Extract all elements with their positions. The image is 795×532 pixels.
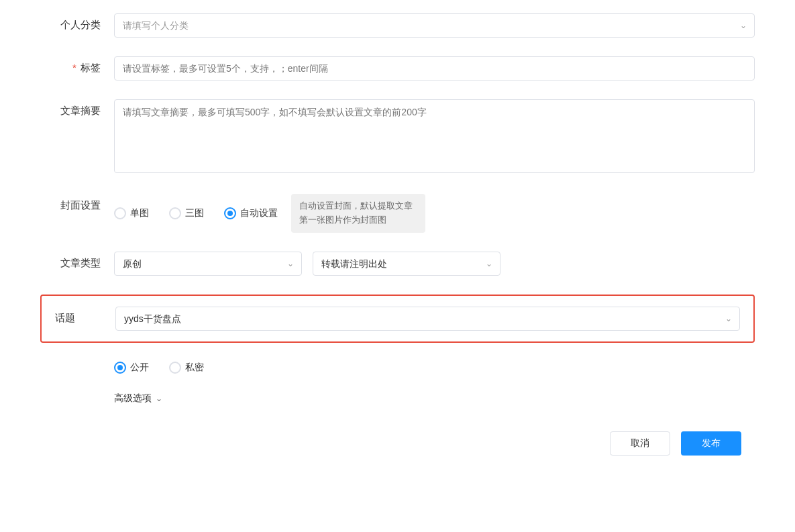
advanced-options-chevron-icon: ⌄ <box>156 394 162 403</box>
cover-tooltip: 自动设置封面，默认提取文章第一张图片作为封面图 <box>291 194 425 233</box>
topic-select-wrap: yyds干货盘点 ⌄ <box>115 307 740 331</box>
cover-setting-control: 单图 三图 自动设置 自动设置封面，默认提取文章第一张图片作为封面图 <box>114 194 755 233</box>
action-buttons: 取消 发布 <box>40 431 755 456</box>
cover-single-label: 单图 <box>130 207 149 219</box>
cover-auto-radio[interactable] <box>224 207 236 219</box>
advanced-options-label: 高级选项 <box>114 392 152 405</box>
summary-row: 文章摘要 <box>40 99 755 175</box>
cover-triple-radio[interactable] <box>169 207 181 219</box>
topic-label: 话题 <box>55 312 102 325</box>
visibility-private-label: 私密 <box>185 362 204 374</box>
personal-category-select[interactable]: 请填写个人分类 <box>114 13 755 38</box>
publish-button[interactable]: 发布 <box>681 431 741 456</box>
cover-setting-label: 封面设置 <box>40 194 101 212</box>
visibility-public-label: 公开 <box>130 362 149 374</box>
article-type-select-wrap: 原创 转载 翻译 ⌄ <box>114 252 302 276</box>
tags-control <box>114 56 755 81</box>
cover-triple-option[interactable]: 三图 <box>169 207 204 219</box>
tags-required-mark: * <box>72 62 76 73</box>
tags-label: * 标签 <box>40 56 101 74</box>
cover-auto-option[interactable]: 自动设置 <box>224 207 278 219</box>
summary-label: 文章摘要 <box>40 99 101 117</box>
article-type-row: 文章类型 原创 转载 翻译 ⌄ 转载请注明出处 ⌄ <box>40 252 755 276</box>
topic-section: 话题 yyds干货盘点 ⌄ <box>40 295 755 343</box>
visibility-private-option[interactable]: 私密 <box>169 362 204 374</box>
summary-control <box>114 99 755 175</box>
cover-triple-label: 三图 <box>185 207 204 219</box>
visibility-private-radio[interactable] <box>169 362 181 374</box>
reprint-select[interactable]: 转载请注明出处 <box>313 252 500 276</box>
personal-category-row: 个人分类 请填写个人分类 ⌄ <box>40 13 755 38</box>
topic-select[interactable]: yyds干货盘点 <box>115 307 740 331</box>
article-type-label: 文章类型 <box>40 252 101 270</box>
reprint-select-wrap: 转载请注明出处 ⌄ <box>313 252 500 276</box>
personal-category-label: 个人分类 <box>40 13 101 32</box>
cancel-button[interactable]: 取消 <box>610 431 670 456</box>
article-type-control: 原创 转载 翻译 ⌄ 转载请注明出处 ⌄ <box>114 252 755 276</box>
advanced-options-row[interactable]: 高级选项 ⌄ <box>114 392 755 405</box>
personal-category-select-wrap: 请填写个人分类 ⌄ <box>114 13 755 38</box>
article-type-select[interactable]: 原创 转载 翻译 <box>114 252 302 276</box>
personal-category-control: 请填写个人分类 ⌄ <box>114 13 755 38</box>
cover-single-option[interactable]: 单图 <box>114 207 149 219</box>
cover-setting-row: 封面设置 单图 三图 自动设置 自动设置封面，默认提取文章第一张图片作为封面图 <box>40 194 755 233</box>
tags-input[interactable] <box>114 56 755 81</box>
cover-auto-label: 自动设置 <box>240 207 278 219</box>
summary-textarea[interactable] <box>114 99 755 173</box>
cover-radio-group: 单图 三图 自动设置 <box>114 207 278 219</box>
visibility-row: 公开 私密 <box>114 362 755 374</box>
cover-single-radio[interactable] <box>114 207 126 219</box>
tags-row: * 标签 <box>40 56 755 81</box>
article-type-selects: 原创 转载 翻译 ⌄ 转载请注明出处 ⌄ <box>114 252 755 276</box>
visibility-public-option[interactable]: 公开 <box>114 362 149 374</box>
visibility-public-radio[interactable] <box>114 362 126 374</box>
